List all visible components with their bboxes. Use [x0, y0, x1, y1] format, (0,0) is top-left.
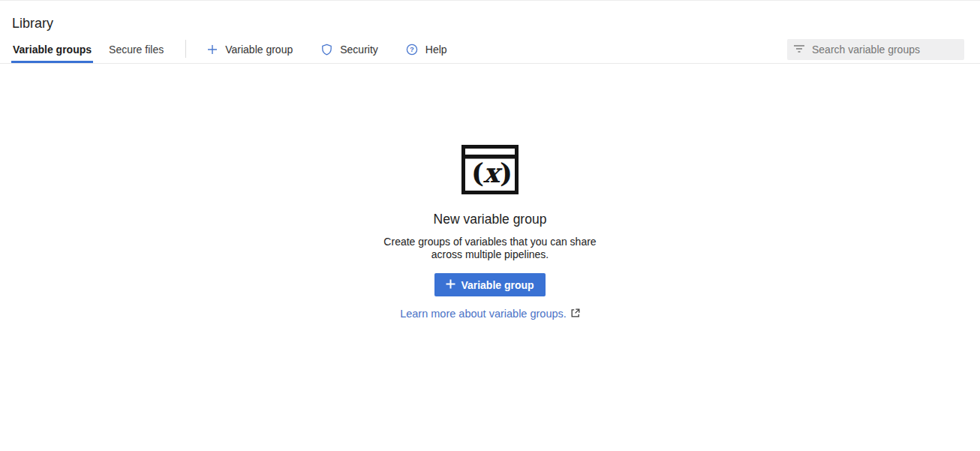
- tab-secure-files[interactable]: Secure files: [107, 36, 165, 63]
- variable-group-button-label: Variable group: [461, 279, 534, 291]
- plus-icon: [207, 44, 218, 55]
- add-variable-group-label: Variable group: [225, 44, 293, 56]
- toolbar-divider: [185, 40, 186, 58]
- search-input[interactable]: [812, 44, 957, 56]
- filter-icon: [794, 43, 804, 56]
- plus-icon: [446, 279, 455, 291]
- external-link-icon: [571, 307, 580, 320]
- variable-group-button[interactable]: Variable group: [434, 273, 545, 296]
- add-variable-group-command[interactable]: Variable group: [207, 36, 293, 63]
- tab-secure-files-label: Secure files: [109, 44, 164, 56]
- help-label: Help: [425, 44, 447, 56]
- tab-bar: Variable groups Secure files Variable gr…: [0, 36, 980, 64]
- empty-state: ( x ) New variable group Create groups o…: [0, 145, 980, 320]
- help-command[interactable]: ? Help: [406, 36, 447, 63]
- tab-variable-groups-label: Variable groups: [13, 44, 92, 56]
- security-command[interactable]: Security: [321, 36, 378, 63]
- tab-variable-groups[interactable]: Variable groups: [11, 36, 93, 63]
- shield-icon: [321, 44, 332, 56]
- empty-state-title: New variable group: [434, 212, 547, 227]
- help-icon: ?: [406, 44, 418, 56]
- variable-group-icon: ( x ): [461, 145, 519, 197]
- svg-text:?: ?: [410, 45, 414, 53]
- learn-more-row: Learn more about variable groups.: [400, 307, 580, 320]
- learn-more-link[interactable]: Learn more about variable groups.: [400, 308, 567, 320]
- security-label: Security: [340, 44, 378, 56]
- search-box[interactable]: [787, 39, 964, 60]
- page-title: Library: [12, 15, 980, 32]
- empty-state-description: Create groups of variables that you can …: [373, 236, 607, 261]
- library-header: Library Variable groups Secure files Var…: [0, 1, 980, 64]
- svg-text:( x ): ( x ): [471, 157, 513, 188]
